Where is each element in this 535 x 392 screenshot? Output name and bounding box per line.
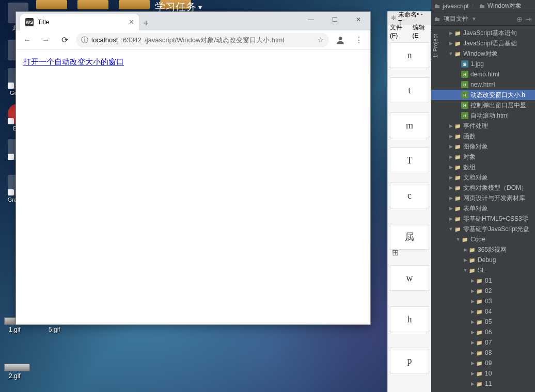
tree-arrow-icon[interactable]	[448, 175, 454, 180]
close-window-button[interactable]: ✕	[347, 12, 370, 27]
target-icon[interactable]: ⊕	[516, 15, 523, 23]
kebab-menu-icon[interactable]: ⋮	[352, 33, 366, 47]
tree-item-folder[interactable]: 事件处理	[431, 121, 535, 131]
tree-item-folder[interactable]: Window对象	[431, 48, 535, 59]
tree-item-folder[interactable]: JavaScript语言基础	[431, 38, 535, 48]
tree-item-folder[interactable]: 05	[431, 317, 535, 327]
bookmark-icon[interactable]: ☆	[318, 36, 324, 44]
doc-block[interactable]: T	[390, 148, 429, 173]
tree-item-folder[interactable]: 06	[431, 327, 535, 337]
doc-block[interactable]: p	[390, 348, 429, 373]
tree-item-folder[interactable]: 文档对象	[431, 172, 535, 183]
doc-block[interactable]: h	[390, 306, 429, 332]
breadcrumb-item[interactable]: javascript	[443, 3, 469, 10]
tree-arrow-icon[interactable]	[469, 361, 476, 366]
new-tab-button[interactable]: +	[139, 16, 153, 30]
tree-arrow-icon[interactable]	[469, 340, 476, 345]
tree-arrow-icon[interactable]	[469, 381, 476, 386]
tree-item-folder[interactable]: 数组	[431, 162, 535, 172]
chevron-down-icon: ▼	[471, 16, 477, 22]
reload-button[interactable]: ⟳	[57, 33, 72, 47]
tree-arrow-icon[interactable]	[469, 371, 476, 376]
tree-item-folder[interactable]: 零基础学JavaScript光盘	[431, 224, 535, 234]
tree-arrow-icon[interactable]	[469, 278, 476, 283]
tree-arrow-icon[interactable]	[448, 226, 454, 232]
tree-arrow-icon[interactable]	[462, 268, 468, 273]
tree-arrow-icon[interactable]	[455, 237, 461, 242]
doc-block[interactable]: n	[390, 42, 429, 68]
tree-arrow-icon[interactable]	[469, 288, 476, 293]
tree-arrow-icon[interactable]	[448, 154, 454, 159]
tree-item-folder[interactable]: 10	[431, 368, 535, 379]
grid-icon[interactable]: ⊞	[392, 248, 401, 257]
tree-item-folder[interactable]: 对象	[431, 152, 535, 162]
collapse-icon[interactable]: ⇥	[526, 15, 532, 23]
project-tool-tab[interactable]: 1: Project	[431, 31, 439, 61]
user-profile-icon[interactable]	[333, 33, 348, 47]
tree-arrow-icon[interactable]	[469, 350, 476, 355]
tree-item-folder[interactable]: 文档对象模型（DOM）	[431, 183, 535, 193]
tree-item-folder[interactable]: SL	[431, 265, 535, 275]
tree-arrow-icon[interactable]	[469, 330, 476, 335]
tree-arrow-icon[interactable]	[448, 216, 454, 221]
minimize-button[interactable]: ―	[299, 12, 323, 27]
tree-item-html[interactable]: 控制弹出窗口居中显	[431, 100, 535, 110]
tree-arrow-icon[interactable]	[448, 206, 454, 211]
doc-block[interactable]: 属	[390, 224, 429, 250]
folder-icon	[476, 308, 483, 315]
tree-arrow-icon[interactable]	[448, 165, 454, 170]
tree-item-folder[interactable]: 表单对象	[431, 203, 535, 214]
breadcrumb-item[interactable]: Window对象	[487, 2, 522, 10]
tree-item-folder[interactable]: 365影视网	[431, 244, 535, 255]
tree-item-folder[interactable]: 09	[431, 358, 535, 368]
tree-arrow-icon[interactable]	[462, 247, 468, 252]
tree-arrow-icon[interactable]	[448, 51, 454, 56]
doc-block[interactable]: m	[390, 112, 429, 138]
tree-item-html[interactable]: demo.html	[431, 69, 535, 79]
forward-button[interactable]: →	[39, 33, 53, 47]
tree-item-folder[interactable]: 函数	[431, 131, 535, 141]
site-info-icon[interactable]: ⓘ	[81, 36, 88, 45]
tree-arrow-icon[interactable]	[462, 257, 468, 263]
tree-item-folder[interactable]: 零基础HTML5+CSS3零	[431, 214, 535, 224]
maximize-button[interactable]: ☐	[323, 12, 347, 27]
tree-item-folder[interactable]: Code	[431, 234, 535, 244]
tree-item-html[interactable]: 动态改变窗口大小.h	[431, 90, 535, 100]
tree-item-html[interactable]: 自动滚动.html	[431, 110, 535, 121]
tree-item-folder[interactable]: 网页设计与开发素材库	[431, 193, 535, 203]
tree-arrow-icon[interactable]	[469, 309, 476, 314]
tree-arrow-icon[interactable]	[448, 144, 454, 149]
tree-item-folder[interactable]: 08	[431, 348, 535, 358]
tree-item-folder[interactable]: 04	[431, 306, 535, 317]
close-tab-icon[interactable]: ×	[129, 18, 134, 27]
tree-arrow-icon[interactable]	[448, 30, 454, 36]
tree-item-folder[interactable]: 11	[431, 379, 535, 389]
tree-arrow-icon[interactable]	[448, 41, 454, 46]
menu-file[interactable]: 文件(F)	[390, 23, 408, 39]
project-dropdown[interactable]: 项目文件	[444, 14, 468, 23]
doc-block[interactable]: w	[390, 265, 429, 291]
tree-arrow-icon[interactable]	[448, 123, 454, 128]
tree-item-folder[interactable]: Debug	[431, 255, 535, 265]
tree-item-folder[interactable]: 03	[431, 296, 535, 306]
menu-edit[interactable]: 编辑(E	[413, 23, 430, 39]
tree-arrow-icon[interactable]	[448, 134, 454, 139]
tree-item-html[interactable]: new.html	[431, 79, 535, 90]
back-button[interactable]: ←	[20, 33, 35, 47]
doc-block[interactable]: t	[390, 77, 429, 103]
gif-thumb-2[interactable]	[4, 364, 30, 371]
url-input[interactable]: ⓘ localhost:63342/javascript/Window对象/动态…	[76, 33, 329, 47]
tree-arrow-icon[interactable]	[448, 195, 454, 201]
browser-tab[interactable]: WS Title ×	[20, 14, 139, 30]
tree-arrow-icon[interactable]	[469, 299, 476, 304]
tree-arrow-icon[interactable]	[469, 319, 476, 324]
tree-item-img[interactable]: 1.jpg	[431, 59, 535, 69]
tree-item-folder[interactable]: 07	[431, 337, 535, 348]
doc-block[interactable]: c	[390, 183, 429, 208]
tree-item-folder[interactable]: 01	[431, 275, 535, 286]
page-link[interactable]: 打开一个自动改变大小的窗口	[23, 57, 124, 66]
tree-arrow-icon[interactable]	[448, 185, 454, 190]
tree-item-folder[interactable]: JavaScript基本语句	[431, 28, 535, 38]
tree-item-folder[interactable]: 02	[431, 286, 535, 296]
tree-item-folder[interactable]: 图像对象	[431, 141, 535, 152]
